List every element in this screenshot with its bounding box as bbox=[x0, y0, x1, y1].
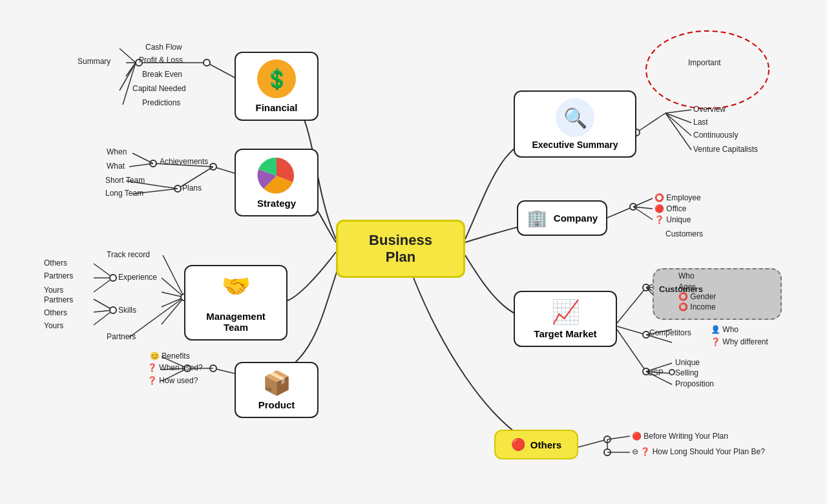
overview-label: Overview bbox=[693, 105, 726, 114]
svg-point-12 bbox=[150, 160, 156, 167]
svg-point-48 bbox=[630, 204, 636, 210]
plans-label: Plans bbox=[182, 184, 202, 193]
svg-line-19 bbox=[163, 255, 184, 297]
howused-label: ❓ How used? bbox=[147, 376, 198, 385]
usp-proposition-label: Proposition bbox=[675, 379, 714, 388]
summary-label: Summary bbox=[78, 57, 110, 66]
svg-line-20 bbox=[162, 278, 184, 297]
svg-line-58 bbox=[617, 326, 646, 335]
svg-line-22 bbox=[162, 297, 184, 307]
who-label: Who bbox=[678, 271, 695, 280]
last-label: Last bbox=[693, 118, 708, 127]
svg-point-7 bbox=[204, 59, 210, 66]
financial-node: 💲 Financial bbox=[235, 52, 319, 121]
svg-line-51 bbox=[633, 207, 653, 220]
svg-line-50 bbox=[633, 207, 653, 209]
svg-line-28 bbox=[94, 278, 113, 292]
strategy-icon bbox=[257, 156, 296, 195]
trackrecord-label: Track record bbox=[107, 250, 150, 259]
target-label: Target Market bbox=[534, 328, 596, 339]
when-label: When bbox=[107, 147, 127, 156]
svg-line-62 bbox=[617, 330, 646, 372]
company-icon: 🏢 bbox=[527, 208, 547, 228]
center-label: Business Plan bbox=[356, 232, 445, 266]
strategy-node: Strategy bbox=[235, 149, 319, 216]
svg-line-69 bbox=[607, 436, 630, 439]
svg-point-53 bbox=[643, 284, 649, 291]
svg-line-9 bbox=[213, 167, 235, 173]
svg-line-41 bbox=[636, 113, 665, 132]
mt-partners2-label: Partners bbox=[44, 295, 73, 304]
mt-partners3-label: Partners bbox=[107, 332, 136, 341]
management-node: 🤝 Management Team bbox=[184, 265, 288, 341]
svg-line-1 bbox=[120, 48, 136, 63]
svg-line-3 bbox=[126, 63, 136, 76]
svg-line-43 bbox=[665, 110, 691, 113]
financial-icon: 💲 bbox=[257, 59, 296, 98]
target-icon: 📈 bbox=[551, 299, 580, 326]
svg-line-49 bbox=[633, 198, 653, 207]
svg-point-33 bbox=[110, 307, 116, 313]
mt-others1-label: Others bbox=[44, 258, 67, 268]
mt-partners1-label: Partners bbox=[44, 271, 73, 280]
venturecap-label: Venture Capitalists bbox=[693, 145, 758, 154]
management-label: Management Team bbox=[194, 311, 277, 333]
svg-line-31 bbox=[94, 310, 113, 312]
financial-label: Financial bbox=[255, 102, 297, 113]
what-label: What bbox=[107, 162, 125, 171]
howlong-label: ⊖ ❓ How Long Should Your Plan Be? bbox=[632, 447, 765, 456]
usp-selling-label: Selling bbox=[675, 368, 698, 377]
whenused-label: ❓ When used? bbox=[147, 363, 203, 372]
shortteam-label: Short Team bbox=[105, 176, 145, 185]
svg-line-44 bbox=[665, 113, 691, 123]
svg-line-34 bbox=[213, 368, 235, 373]
svg-point-71 bbox=[604, 449, 611, 456]
longteam-label: Long Team bbox=[105, 189, 143, 198]
svg-line-47 bbox=[607, 207, 633, 218]
profitloss-label: Profit & Loss bbox=[139, 56, 183, 65]
important-label: Important bbox=[688, 58, 721, 67]
svg-line-21 bbox=[162, 292, 184, 297]
breakeven-label: Break Even bbox=[142, 70, 182, 79]
svg-line-23 bbox=[162, 297, 184, 324]
office-label: 🔴 Office bbox=[654, 204, 686, 213]
beforewriting-label: 🔴 Before Writing Your Plan bbox=[632, 432, 728, 441]
executive-icon: 🔍 bbox=[556, 98, 594, 137]
executive-node: 🔍 Executive Summary bbox=[514, 90, 636, 158]
continuously-label: Continuously bbox=[693, 131, 738, 140]
competitors-label: Competitors bbox=[649, 328, 691, 337]
svg-line-24 bbox=[129, 297, 184, 337]
strategy-label: Strategy bbox=[257, 198, 296, 209]
usp-label: USP bbox=[647, 368, 664, 377]
income-label: ⭕ Income bbox=[678, 302, 716, 311]
others-node: 🔴 Others bbox=[494, 430, 578, 459]
customers-label: Customers bbox=[665, 229, 703, 238]
experience-label: Experience bbox=[118, 273, 157, 282]
predictions-label: Predictions bbox=[142, 98, 180, 107]
svg-point-68 bbox=[604, 436, 611, 443]
svg-line-13 bbox=[132, 153, 153, 163]
svg-line-45 bbox=[665, 113, 691, 136]
whydiff-label: ❓ Why different bbox=[711, 337, 768, 346]
unique-label: ❓ Unique bbox=[654, 215, 691, 224]
product-icon: 📦 bbox=[262, 370, 291, 397]
others-icon: 🔴 bbox=[511, 437, 525, 452]
mt-others2-label: Others bbox=[44, 308, 67, 317]
product-node: 📦 Product bbox=[235, 362, 319, 418]
svg-point-10 bbox=[210, 163, 216, 170]
others-label: Others bbox=[530, 439, 561, 450]
svg-point-73 bbox=[646, 31, 769, 109]
svg-line-32 bbox=[94, 310, 113, 325]
customers-box-label: Customers bbox=[659, 284, 703, 294]
target-node: 📈 Target Market bbox=[514, 291, 617, 347]
capitalneeded-label: Capital Needed bbox=[132, 84, 186, 93]
svg-line-52 bbox=[617, 288, 646, 323]
cashflow-label: Cash Flow bbox=[145, 43, 182, 52]
mt-yours2-label: Yours bbox=[44, 321, 63, 330]
achievements-label: Achievements bbox=[160, 157, 208, 166]
svg-point-29 bbox=[110, 275, 116, 281]
svg-line-46 bbox=[665, 113, 691, 150]
svg-line-26 bbox=[94, 264, 113, 278]
svg-line-30 bbox=[94, 299, 113, 310]
svg-point-35 bbox=[210, 365, 216, 372]
